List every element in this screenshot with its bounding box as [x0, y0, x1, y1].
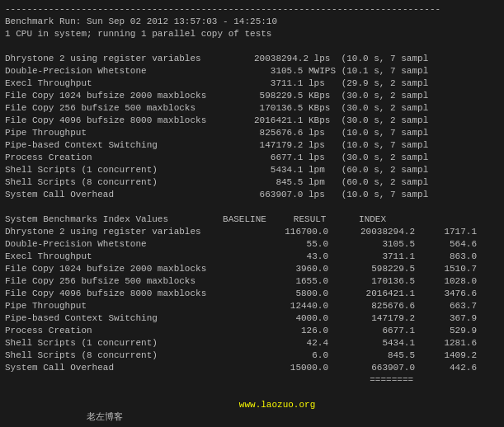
index-row: File Copy 256 bufsize 500 maxblocks 1655…	[5, 275, 499, 288]
bench-value: 170136.5 KBps	[254, 102, 330, 115]
benchmark-row: Pipe Throughput 825676.6 lps (10.0 s, 7 …	[5, 127, 499, 139]
bench-extra: (30.0 s, 2 sampl	[330, 103, 428, 113]
index-baseline: 3960.0	[254, 263, 328, 275]
index-baseline: 126.0	[254, 325, 328, 337]
index-result: 20038294.2	[328, 226, 415, 238]
index-result: 2016421.1	[328, 288, 415, 300]
bench-extra: (60.0 s, 2 sampl	[325, 165, 428, 175]
bench-extra: (10.1 s, 7 sampl	[336, 66, 428, 76]
benchmark-row: Pipe-based Context Switching 147179.2 lp…	[5, 139, 499, 152]
bench-name: File Copy 256 bufsize 500 maxblocks	[5, 102, 254, 115]
index-name: File Copy 4096 bufsize 8000 maxblocks	[5, 288, 254, 300]
bench-value: 2016421.1 KBps	[254, 115, 330, 127]
index-value: 1510.7	[415, 263, 477, 275]
bench-extra: (30.0 s, 2 sampl	[330, 115, 428, 125]
index-name: Shell Scripts (1 concurrent)	[5, 337, 254, 350]
bench-extra: (10.0 s, 7 sampl	[330, 54, 428, 63]
index-baseline: 5800.0	[254, 288, 328, 300]
bench-value: 6677.1 lps	[254, 152, 325, 164]
index-row: Pipe Throughput12440.0 825676.6 663.7	[5, 300, 499, 312]
benchmark-row: Shell Scripts (8 concurrent) 845.5 lpm (…	[5, 176, 499, 189]
index-result: 5434.1	[328, 337, 415, 350]
bench-extra: (10.0 s, 7 sampl	[325, 140, 428, 150]
index-row: Pipe-based Context Switching 4000.0 1471…	[5, 312, 499, 325]
benchmark-row: Double-Precision Whetstone 3105.5 MWIPS …	[5, 65, 499, 77]
bench-name: Shell Scripts (1 concurrent)	[5, 164, 254, 176]
bench-value: 147179.2 lps	[254, 139, 325, 152]
index-row: File Copy 4096 bufsize 8000 maxblocks 58…	[5, 288, 499, 300]
bench-extra: (10.0 s, 7 sampl	[325, 190, 428, 199]
watermark-label: 老左博客	[26, 412, 123, 422]
bench-name: Dhrystone 2 using register variables	[5, 53, 254, 65]
index-baseline: 43.0	[254, 251, 328, 263]
blank2	[5, 201, 499, 214]
benchmark-row: System Call Overhead 663907.0 lps (10.0 …	[5, 189, 499, 201]
bench-value: 20038294.2 lps	[254, 53, 330, 65]
benchmark-row: Process Creation 6677.1 lps (30.0 s, 2 s…	[5, 152, 499, 164]
index-value: 3476.6	[415, 288, 477, 300]
index-name: File Copy 1024 bufsize 2000 maxblocks	[5, 263, 254, 275]
index-value: 1409.2	[415, 350, 477, 362]
bench-name: Pipe Throughput	[5, 127, 254, 139]
benchmark-row: File Copy 1024 bufsize 2000 maxblocks 59…	[5, 90, 499, 102]
index-result: 598229.5	[328, 263, 415, 275]
index-result: 170136.5	[328, 275, 415, 288]
index-name: System Call Overhead	[5, 362, 254, 374]
bench-name: File Copy 1024 bufsize 2000 maxblocks	[5, 90, 254, 102]
bench-name: Process Creation	[5, 152, 254, 164]
bench-value: 598229.5 KBps	[254, 90, 330, 102]
bench-extra: (29.9 s, 2 sampl	[325, 78, 428, 88]
index-result: 845.5	[328, 350, 415, 362]
index-value: 442.6	[415, 362, 477, 374]
index-value: 564.6	[415, 238, 477, 251]
index-header: System Benchmarks Index Values BASELINE …	[5, 214, 499, 226]
index-name: Pipe-based Context Switching	[5, 312, 254, 325]
index-row: Shell Scripts (8 concurrent) 6.0 845.514…	[5, 350, 499, 362]
benchmark-row: File Copy 256 bufsize 500 maxblocks 1701…	[5, 102, 499, 115]
watermark-text: www.laozuo.org	[26, 400, 315, 410]
index-value: 1028.0	[415, 275, 477, 288]
bench-name: System Call Overhead	[5, 189, 254, 201]
blank1	[5, 40, 499, 53]
index-row: System Call Overhead15000.0 663907.0 442…	[5, 362, 499, 374]
benchmark-row: Dhrystone 2 using register variables2003…	[5, 53, 499, 65]
bench-name: Shell Scripts (8 concurrent)	[5, 176, 254, 189]
index-name: Shell Scripts (8 concurrent)	[5, 350, 254, 362]
bench-value: 5434.1 lpm	[254, 164, 325, 176]
index-baseline: 12440.0	[254, 300, 328, 312]
index-rows: Dhrystone 2 using register variables1167…	[5, 226, 499, 374]
terminal: ----------------------------------------…	[0, 0, 504, 427]
index-row: File Copy 1024 bufsize 2000 maxblocks 39…	[5, 263, 499, 275]
index-name: Pipe Throughput	[5, 300, 254, 312]
index-baseline: 6.0	[254, 350, 328, 362]
bench-value: 3105.5 MWIPS	[254, 65, 336, 77]
index-value: 529.9	[415, 325, 477, 337]
index-value: 367.9	[415, 312, 477, 325]
index-value: 863.0	[415, 251, 477, 263]
index-baseline: 55.0	[254, 238, 328, 251]
bench-extra: (60.0 s, 2 sampl	[325, 177, 428, 187]
index-result: 6677.1	[328, 325, 415, 337]
index-result: 3711.1	[328, 251, 415, 263]
bench-name: Pipe-based Context Switching	[5, 139, 254, 152]
index-name: Execl Throughput	[5, 251, 254, 263]
index-value: 1281.6	[415, 337, 477, 350]
index-baseline: 4000.0	[254, 312, 328, 325]
header-line2: 1 CPU in system; running 1 parallel copy…	[5, 28, 499, 40]
bench-value: 663907.0 lps	[254, 189, 325, 201]
index-row: Execl Throughput 43.0 3711.1 863.0	[5, 251, 499, 263]
header-line1: Benchmark Run: Sun Sep 02 2012 13:57:03 …	[5, 16, 499, 28]
index-result: 147179.2	[328, 312, 415, 325]
bench-extra: (30.0 s, 2 sampl	[330, 91, 428, 101]
benchmark-rows: Dhrystone 2 using register variables2003…	[5, 53, 499, 201]
index-result: 663907.0	[328, 362, 415, 374]
index-baseline: 1655.0	[254, 275, 328, 288]
bench-name: Double-Precision Whetstone	[5, 65, 254, 77]
index-name: Dhrystone 2 using register variables	[5, 226, 254, 238]
equals-line: ========	[5, 374, 499, 387]
index-baseline: 116700.0	[254, 226, 328, 238]
benchmark-row: Execl Throughput 3711.1 lps (29.9 s, 2 s…	[5, 77, 499, 90]
index-result: 825676.6	[328, 300, 415, 312]
bench-extra: (30.0 s, 2 sampl	[325, 152, 428, 162]
index-row: Double-Precision Whetstone 55.0 3105.5 5…	[5, 238, 499, 251]
